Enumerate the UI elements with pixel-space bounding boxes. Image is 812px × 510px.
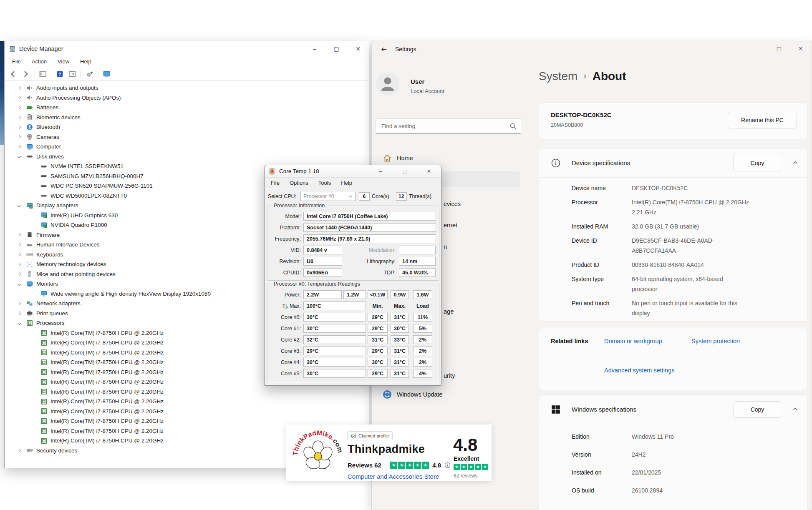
tree-expander[interactable] bbox=[16, 87, 22, 89]
menu-item-help[interactable]: Help bbox=[341, 180, 352, 186]
device-manager-titlebar[interactable]: Device Manager – ▢ ✕ bbox=[5, 41, 369, 56]
tree-expander[interactable] bbox=[16, 136, 22, 138]
related-link[interactable]: Advanced system settings bbox=[604, 367, 674, 374]
chevron-right-icon[interactable] bbox=[18, 243, 21, 246]
copy-button[interactable]: Copy bbox=[734, 401, 781, 418]
scan-hardware-changes-icon[interactable] bbox=[101, 69, 111, 79]
minimize-button[interactable]: – bbox=[368, 165, 393, 178]
chevron-up-icon[interactable] bbox=[792, 159, 799, 166]
minimize-button[interactable]: – bbox=[304, 41, 325, 56]
tree-expander[interactable] bbox=[16, 449, 22, 452]
tree-expander[interactable] bbox=[16, 322, 22, 324]
tree-expander[interactable] bbox=[16, 234, 22, 236]
sidebar-item-fragment[interactable]: evices bbox=[444, 201, 461, 207]
reviews-link[interactable]: Reviews 62 bbox=[348, 462, 381, 469]
menu-item-view[interactable]: View bbox=[58, 58, 69, 65]
action-pane-icon[interactable] bbox=[67, 69, 77, 79]
sidebar-item-fragment[interactable]: ernet bbox=[444, 222, 457, 229]
sidebar-item-fragment[interactable]: urity bbox=[444, 372, 455, 379]
avatar[interactable] bbox=[376, 72, 399, 95]
chevron-right-icon[interactable] bbox=[18, 449, 21, 452]
chevron-up-icon[interactable] bbox=[792, 406, 799, 412]
device-tree-item[interactable]: Audio Processing Objects (APOs) bbox=[5, 93, 369, 103]
menu-item-file[interactable]: File bbox=[12, 58, 21, 65]
cpu-select-dropdown[interactable]: Processor #0 bbox=[300, 192, 356, 201]
tree-expander[interactable] bbox=[16, 116, 22, 118]
chevron-right-icon[interactable] bbox=[18, 233, 21, 236]
device-tree-item[interactable]: Cameras bbox=[5, 132, 369, 142]
chevron-down-icon[interactable] bbox=[18, 204, 21, 207]
search-box[interactable] bbox=[375, 118, 522, 134]
tree-expander[interactable] bbox=[16, 302, 22, 305]
close-button[interactable]: ✕ bbox=[347, 41, 369, 56]
maximize-button[interactable]: ▢ bbox=[393, 165, 417, 178]
related-link[interactable]: Domain or workgroup bbox=[604, 338, 662, 344]
firmware-icon bbox=[26, 231, 33, 238]
device-tree-item[interactable]: Bluetooth bbox=[5, 122, 369, 132]
menu-item-action[interactable]: Action bbox=[32, 58, 47, 65]
update-driver-icon[interactable] bbox=[84, 69, 94, 79]
tree-expander[interactable] bbox=[16, 155, 22, 158]
tree-expander[interactable] bbox=[16, 96, 22, 99]
chevron-down-icon[interactable] bbox=[18, 322, 21, 325]
device-tree-item[interactable]: Audio inputs and outputs bbox=[5, 83, 369, 93]
search-input[interactable] bbox=[376, 123, 509, 129]
sidebar-item-windows-update[interactable]: Windows Update bbox=[375, 387, 522, 402]
forward-arrow-icon[interactable] bbox=[20, 69, 30, 79]
menu-item-file[interactable]: File bbox=[271, 180, 280, 186]
sidebar-item-fragment[interactable]: age bbox=[444, 308, 454, 315]
device-tree-item[interactable]: Disk drives bbox=[5, 152, 369, 162]
tree-expander[interactable] bbox=[16, 312, 22, 314]
chevron-right-icon[interactable] bbox=[18, 96, 21, 99]
sidebar-item-fragment[interactable]: n bbox=[444, 244, 447, 250]
rename-pc-button[interactable]: Rename this PC bbox=[728, 112, 797, 128]
chevron-right-icon[interactable] bbox=[18, 106, 21, 109]
tree-expander[interactable] bbox=[16, 244, 22, 246]
menu-item-options[interactable]: Options bbox=[290, 180, 308, 186]
back-icon[interactable] bbox=[378, 43, 390, 55]
device-tree-item[interactable]: Batteries bbox=[5, 103, 369, 113]
device-tree-item[interactable]: Computer bbox=[5, 142, 369, 152]
tree-expander[interactable] bbox=[16, 126, 22, 128]
chevron-right-icon[interactable] bbox=[18, 263, 21, 266]
maximize-button[interactable]: ▢ bbox=[325, 41, 347, 56]
help-icon[interactable]: ? bbox=[55, 69, 65, 79]
copy-button[interactable]: Copy bbox=[734, 155, 781, 171]
chevron-right-icon[interactable] bbox=[18, 145, 21, 148]
related-link[interactable]: System protection bbox=[691, 338, 740, 344]
device-tree-item[interactable]: Biometric devices bbox=[5, 113, 369, 123]
info-icon[interactable] bbox=[444, 462, 451, 468]
menu-item-tools[interactable]: Tools bbox=[318, 180, 331, 186]
chevron-right-icon[interactable] bbox=[18, 116, 21, 119]
tree-expander[interactable] bbox=[16, 146, 22, 148]
show-console-tree-icon[interactable] bbox=[38, 69, 48, 79]
tree-expander[interactable] bbox=[16, 106, 22, 109]
chevron-down-icon[interactable] bbox=[18, 282, 21, 286]
device-tree-item[interactable]: Intel(R) Core(TM) i7-8750H CPU @ 2.20GHz bbox=[5, 387, 369, 397]
tree-expander[interactable] bbox=[16, 253, 22, 256]
device-tree-item[interactable]: Intel(R) Core(TM) i7-8750H CPU @ 2.20GHz bbox=[5, 407, 369, 417]
chevron-right-icon[interactable] bbox=[18, 302, 21, 305]
sidebar-item-home[interactable]: Home bbox=[375, 151, 522, 166]
category-link[interactable]: Computer and Accessories Store bbox=[348, 473, 439, 480]
tree-expander[interactable] bbox=[16, 273, 22, 275]
chevron-right-icon[interactable] bbox=[18, 86, 21, 90]
close-button[interactable]: ✕ bbox=[417, 165, 441, 178]
spec-label: Device name bbox=[572, 183, 632, 193]
chevron-right-icon[interactable] bbox=[18, 253, 21, 256]
chevron-right-icon[interactable] bbox=[18, 135, 21, 138]
breadcrumb-system[interactable]: System bbox=[539, 70, 577, 83]
tree-expander[interactable] bbox=[16, 263, 22, 266]
core-temp-titlebar[interactable]: Core Temp 1.18 – ▢ ✕ bbox=[265, 165, 441, 178]
tree-expander[interactable] bbox=[16, 204, 22, 207]
chevron-right-icon[interactable] bbox=[18, 272, 21, 276]
core-temp-window: Core Temp 1.18 – ▢ ✕ FileOptionsToolsHel… bbox=[264, 165, 441, 386]
star-icon: ★ bbox=[390, 462, 397, 469]
chevron-right-icon[interactable] bbox=[18, 312, 21, 315]
menu-item-help[interactable]: Help bbox=[80, 58, 91, 65]
chevron-down-icon[interactable] bbox=[18, 155, 21, 158]
back-arrow-icon[interactable] bbox=[8, 69, 18, 79]
tree-expander[interactable] bbox=[16, 283, 22, 285]
device-tree-item[interactable]: Intel(R) Core(TM) i7-8750H CPU @ 2.20GHz bbox=[5, 397, 369, 407]
chevron-right-icon[interactable] bbox=[18, 126, 21, 129]
